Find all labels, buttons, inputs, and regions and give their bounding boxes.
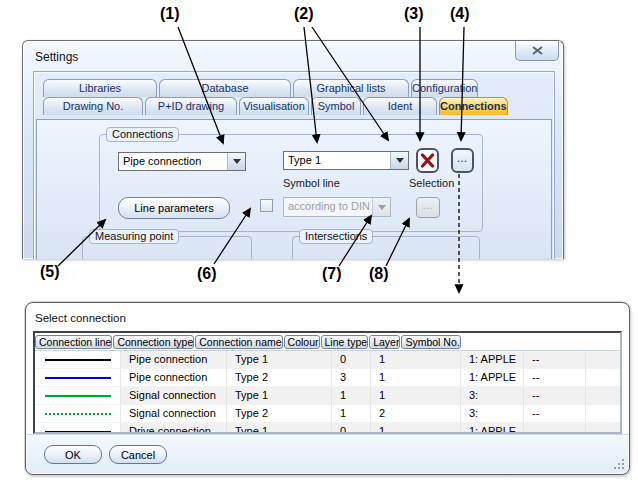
connection-name-dropdown[interactable]: Type 1: [283, 151, 409, 170]
measuring-point-group-label: Measuring point: [89, 229, 179, 244]
column-header[interactable]: Connection name: [195, 335, 282, 349]
symbol-no-cell: --: [524, 423, 586, 434]
dialog-footer: OK Cancel: [27, 434, 628, 473]
filler-cell: [586, 369, 620, 386]
filler-cell: [586, 387, 620, 404]
tab-row-1: LibrariesDatabaseGraphical listsConfigur…: [43, 79, 545, 97]
select-connection-dialog: Select connection Connection lineConnect…: [25, 302, 630, 475]
chevron-down-icon: [396, 158, 404, 163]
callout-8: (8): [369, 265, 389, 283]
layer-cell: 1: APPLE: [461, 369, 524, 386]
column-header[interactable]: Layer: [369, 335, 400, 349]
intersections-group-label: Intersections: [299, 229, 373, 244]
connection-line-cell: [35, 423, 121, 434]
line-swatch: [45, 413, 111, 415]
colour-cell: 3: [332, 369, 371, 386]
column-header[interactable]: Connection type: [113, 335, 194, 349]
table-row[interactable]: Pipe connection Type 2 3 1 1: APPLE --: [35, 369, 620, 387]
connection-type-value: Pipe connection: [119, 153, 227, 170]
connection-name-cell: Type 1: [227, 423, 332, 434]
connection-name-cell: Type 2: [227, 369, 332, 386]
tab[interactable]: Connections: [439, 97, 508, 115]
connection-name-cell: Type 1: [227, 351, 332, 368]
resize-grip-icon[interactable]: [613, 458, 624, 469]
screenshot-root: (1) (2) (3) (4) (5) (6) (7) (8) Settings…: [0, 0, 638, 491]
line-type-cell: 1: [371, 387, 461, 404]
line-parameters-button[interactable]: Line parameters: [118, 197, 230, 219]
connection-line-cell: [35, 369, 121, 386]
line-type-cell: 1: [371, 423, 461, 434]
tab[interactable]: Configuration: [411, 79, 478, 97]
red-x-icon: [420, 153, 435, 168]
column-header[interactable]: Line type: [321, 335, 369, 349]
line-swatch: [45, 377, 111, 379]
tab[interactable]: Libraries: [43, 79, 157, 97]
cancel-button[interactable]: Cancel: [109, 445, 167, 464]
filler-cell: [586, 423, 620, 434]
tab[interactable]: Symbol: [311, 97, 361, 115]
tab[interactable]: Graphical lists: [293, 79, 409, 97]
callout-4: (4): [450, 5, 470, 23]
connection-name-cell: Type 2: [227, 405, 332, 422]
connections-tab-page: Connections Pipe connection Type 1: [36, 119, 552, 259]
symbol-line-value: according to DIN 2481: [284, 198, 372, 216]
dropdown-arrow-button: [372, 198, 390, 216]
dropdown-arrow-button[interactable]: [227, 153, 245, 170]
callout-3: (3): [404, 5, 424, 23]
connection-name-cell: Type 1: [227, 387, 332, 404]
tab[interactable]: Database: [159, 79, 291, 97]
line-type-cell: 1: [371, 369, 461, 386]
colour-cell: 0: [332, 351, 371, 368]
filler-cell: [586, 405, 620, 422]
browse-connection-button[interactable]: ...: [451, 148, 474, 173]
column-header[interactable]: Colour: [284, 335, 320, 349]
connection-line-cell: [35, 387, 121, 404]
connection-line-cell: [35, 351, 121, 368]
tab-row-2: Drawing No.P+ID drawingVisualisationSymb…: [43, 97, 545, 115]
colour-cell: 1: [332, 405, 371, 422]
dropdown-arrow-button[interactable]: [390, 152, 408, 169]
delete-connection-button[interactable]: [416, 148, 439, 173]
connection-name-value: Type 1: [284, 152, 390, 169]
column-header[interactable]: Symbol No.: [401, 335, 460, 349]
table-header-row: Connection lineConnection typeConnection…: [35, 333, 620, 351]
tab-control: LibrariesDatabaseGraphical listsConfigur…: [33, 71, 555, 259]
callout-6: (6): [197, 265, 217, 283]
callout-7: (7): [322, 265, 342, 283]
table-row[interactable]: Signal connection Type 2 1 2 3: --: [35, 405, 620, 423]
connection-type-cell: Signal connection: [121, 387, 227, 404]
table-row[interactable]: Pipe connection Type 1 0 1 1: APPLE --: [35, 351, 620, 369]
symbol-line-checkbox[interactable]: [260, 199, 273, 212]
settings-dialog: Settings LibrariesDatabaseGraphical list…: [22, 40, 564, 259]
connection-type-cell: Pipe connection: [121, 369, 227, 386]
selection-label: Selection: [409, 177, 454, 189]
chevron-down-icon: [233, 159, 241, 164]
tab[interactable]: Visualisation: [239, 97, 309, 115]
filler-cell: [586, 351, 620, 368]
callout-2: (2): [294, 5, 314, 23]
ok-button[interactable]: OK: [44, 445, 102, 464]
close-button[interactable]: [515, 41, 559, 61]
symbol-line-dropdown[interactable]: according to DIN 2481: [283, 197, 391, 217]
connection-type-cell: Pipe connection: [121, 351, 227, 368]
connection-table: Connection lineConnection typeConnection…: [33, 331, 622, 434]
column-header[interactable]: Connection line: [35, 335, 112, 349]
connection-line-cell: [35, 405, 121, 422]
selection-browse-button[interactable]: ...: [416, 197, 440, 218]
close-icon: [532, 46, 543, 55]
connections-group-label: Connections: [106, 127, 179, 142]
tab[interactable]: P+ID drawing: [145, 97, 237, 115]
symbol-no-cell: --: [524, 369, 586, 386]
tab[interactable]: Ident: [363, 97, 437, 115]
connection-type-cell: Drive connection: [121, 423, 227, 434]
symbol-no-cell: --: [524, 387, 586, 404]
connection-type-dropdown[interactable]: Pipe connection: [118, 152, 246, 171]
table-row[interactable]: Signal connection Type 1 1 1 3: --: [35, 387, 620, 405]
layer-cell: 1: APPLE: [461, 423, 524, 434]
ellipsis-icon: ...: [457, 157, 468, 161]
tab[interactable]: Drawing No.: [43, 97, 143, 115]
measuring-point-groupbox: Measuring point: [82, 236, 252, 259]
table-body: Pipe connection Type 1 0 1 1: APPLE -- P…: [35, 351, 620, 434]
symbol-no-cell: --: [524, 405, 586, 422]
table-row[interactable]: Drive connection Type 1 0 1 1: APPLE --: [35, 423, 620, 434]
